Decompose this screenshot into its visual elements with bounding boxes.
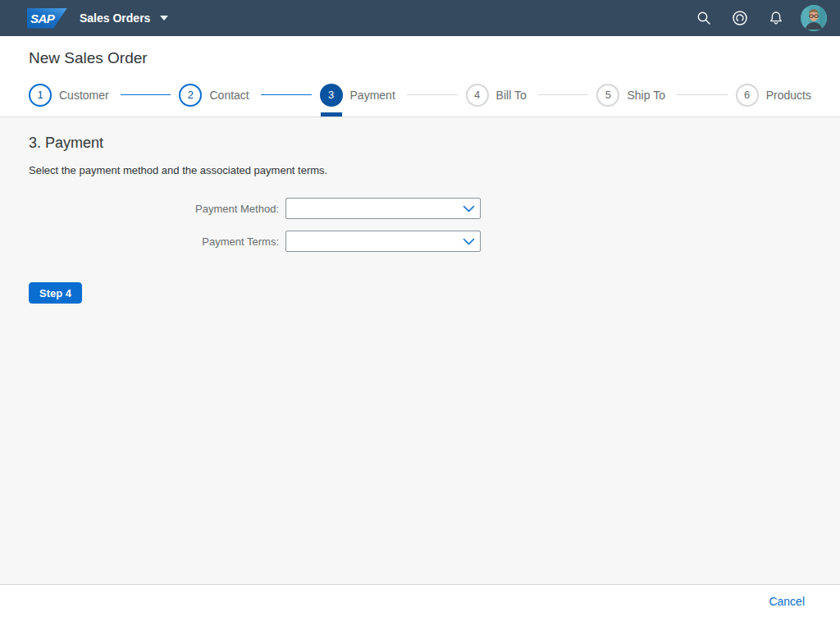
chevron-down-icon: [463, 205, 475, 213]
step-circle: 6: [736, 84, 759, 107]
step-label: Contact: [209, 89, 249, 102]
shell-left: SAP Sales Orders: [27, 8, 169, 29]
notifications-button[interactable]: [761, 3, 791, 33]
page-title: New Sales Order: [0, 36, 840, 73]
step-label: Customer: [59, 89, 109, 102]
step-connector: [261, 94, 312, 95]
step-connector: [677, 94, 728, 95]
cancel-button[interactable]: Cancel: [769, 595, 805, 608]
payment-terms-select[interactable]: [285, 231, 481, 252]
step-connector: [121, 94, 171, 95]
step-circle: 5: [596, 84, 619, 107]
payment-form: Payment Method: Payment Terms:: [29, 198, 811, 252]
section-heading: 3. Payment: [29, 135, 811, 152]
sap-logo[interactable]: SAP: [27, 8, 67, 29]
step-label: Payment: [350, 89, 395, 102]
copilot-button[interactable]: [725, 3, 755, 33]
step-label: Bill To: [496, 89, 527, 102]
step-connector: [407, 94, 458, 95]
chevron-down-icon: [463, 238, 475, 245]
form-row-payment-terms: Payment Terms:: [29, 231, 811, 252]
wizard-step-contact[interactable]: 2 Contact: [179, 73, 319, 117]
payment-terms-label: Payment Terms:: [29, 235, 285, 248]
active-step-indicator: [321, 112, 342, 117]
form-row-payment-method: Payment Method:: [29, 198, 811, 219]
step4-button[interactable]: Step 4: [29, 282, 82, 304]
step-label: Ship To: [627, 89, 664, 102]
app-title-label: Sales Orders: [80, 11, 150, 25]
wizard-step-ship-to[interactable]: 5 Ship To: [596, 73, 735, 117]
wizard-progress: 1 Customer 2 Contact 3 Payment: [29, 73, 811, 117]
payment-method-label: Payment Method:: [29, 203, 285, 215]
wizard-step-products[interactable]: 6 Products: [736, 73, 811, 117]
avatar-image: [801, 5, 827, 31]
search-button[interactable]: [689, 3, 719, 33]
payment-method-select[interactable]: [285, 198, 481, 219]
wizard-step-customer[interactable]: 1 Customer: [29, 73, 179, 117]
step-circle: 1: [29, 84, 52, 107]
copilot-icon: [732, 10, 748, 26]
wizard-step-bill-to[interactable]: 4 Bill To: [466, 73, 597, 117]
shell-right: [689, 3, 832, 33]
footer-bar: Cancel: [0, 584, 840, 617]
user-avatar[interactable]: [801, 5, 827, 31]
step-label: Products: [766, 89, 811, 102]
chevron-down-icon: [159, 15, 169, 21]
wizard-step-payment[interactable]: 3 Payment: [320, 73, 466, 117]
app-title-menu[interactable]: Sales Orders: [80, 11, 169, 25]
page-header: New Sales Order 1 Customer 2 Contact 3: [0, 36, 840, 117]
step-circle: 4: [466, 84, 489, 107]
wizard-step-content: 3. Payment Select the payment method and…: [0, 117, 840, 584]
step-connector: [538, 94, 589, 95]
step-circle: 3: [320, 84, 343, 107]
section-description: Select the payment method and the associ…: [29, 164, 811, 176]
sap-logo-text: SAP: [30, 11, 54, 25]
search-icon: [696, 11, 711, 25]
bell-icon: [769, 11, 783, 25]
step-circle: 2: [179, 84, 202, 107]
app-window: SAP Sales Orders: [0, 0, 840, 617]
shell-bar: SAP Sales Orders: [0, 0, 840, 36]
